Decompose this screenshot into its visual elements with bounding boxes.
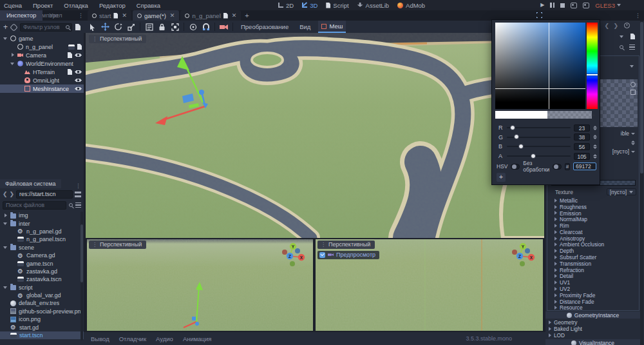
viewport-menu-icon[interactable]: ⋮: [92, 36, 97, 42]
section-Ambient Occlusion[interactable]: Ambient Occlusion: [549, 242, 639, 248]
attach-script-icon[interactable]: [75, 24, 80, 30]
file-default_env.tres[interactable]: default_env.tres: [0, 299, 84, 307]
section-LOD[interactable]: LOD: [545, 332, 640, 339]
file-icon.png[interactable]: icon.png: [0, 315, 84, 323]
spinbox-arrows-icon[interactable]: [593, 144, 597, 149]
expander-icon[interactable]: [3, 285, 8, 290]
viewport-label[interactable]: ⋮Перспективный: [89, 241, 146, 249]
file-n_g_panel.tscn[interactable]: n_g_panel.tscn: [0, 235, 84, 243]
menu-Сцена[interactable]: Сцена: [4, 2, 22, 9]
section-Baked Light[interactable]: Baked Light: [545, 326, 640, 332]
section-Anisotropy[interactable]: Anisotropy: [549, 235, 639, 242]
docs-icon[interactable]: [630, 34, 635, 39]
axis-gizmo[interactable]: Y X Z: [509, 241, 539, 266]
eye-icon[interactable]: [75, 69, 82, 75]
scale-tool-icon[interactable]: [127, 23, 135, 31]
camera-preview-icon[interactable]: [220, 23, 228, 31]
section-Depth[interactable]: Depth: [549, 248, 639, 254]
channel-value[interactable]: 38: [574, 133, 590, 141]
workspace-3D[interactable]: 3D: [302, 2, 317, 9]
section-Resource[interactable]: Resource: [549, 305, 639, 311]
saturation-value-square[interactable]: [495, 23, 585, 109]
spinbox-arrows-icon[interactable]: [593, 135, 597, 139]
mesh-menu[interactable]: Меш: [318, 21, 346, 33]
viewport-menu-icon[interactable]: ⋮: [321, 242, 326, 248]
hue-slider[interactable]: [587, 23, 598, 109]
viewport-main[interactable]: ⋮Перспективный: [86, 33, 544, 238]
workspace-Script[interactable]: Script: [326, 2, 348, 9]
menu-Отладка[interactable]: Отладка: [64, 2, 88, 9]
hsv-toggle[interactable]: [511, 164, 520, 170]
script-icon[interactable]: [77, 44, 82, 50]
menu-Проект[interactable]: Проект: [33, 2, 53, 9]
preview-shape-icon[interactable]: [630, 90, 636, 95]
transform-menu[interactable]: Преобразование: [238, 23, 292, 30]
bottom-tab-Отладчик[interactable]: Отладчик: [119, 335, 146, 342]
sort-files-icon[interactable]: [75, 202, 81, 208]
dock-tab-Инспектор[interactable]: Инспектор: [0, 10, 43, 21]
workspace-AssetLib[interactable]: AssetLib: [357, 2, 389, 9]
viewport-label[interactable]: ⋮Перспективный: [317, 241, 375, 249]
viewport-label[interactable]: ⋮Перспективный: [89, 35, 146, 43]
play-custom-scene-button[interactable]: [583, 3, 589, 8]
history-back-icon[interactable]: ❮: [3, 191, 8, 197]
file-scene[interactable]: scene: [0, 244, 84, 251]
scene-icon[interactable]: [68, 44, 75, 50]
texture-dropdown[interactable]: [пусто]: [607, 188, 636, 195]
hex-value-field[interactable]: [573, 163, 596, 170]
script-icon[interactable]: [68, 52, 72, 58]
play-button[interactable]: ▶: [540, 0, 544, 10]
dock-tab-Узел[interactable]: Узел: [43, 10, 68, 21]
spinbox-arrows-icon[interactable]: [593, 126, 597, 130]
section-Refraction[interactable]: Refraction: [549, 267, 639, 273]
lock-icon[interactable]: [158, 23, 166, 31]
file-start.tscn[interactable]: start.tscn: [0, 331, 84, 339]
gizmo-origin-icon[interactable]: [189, 23, 197, 31]
filesystem-scrollbar[interactable]: [80, 212, 83, 340]
eye-icon[interactable]: [75, 77, 82, 83]
section-Subsurf Scatter[interactable]: Subsurf Scatter: [549, 254, 639, 261]
group-icon[interactable]: [171, 23, 179, 31]
axis-gizmo[interactable]: Y X Z: [279, 241, 309, 266]
section-Metallic[interactable]: Metallic: [549, 197, 639, 204]
history-back-icon[interactable]: ❮: [604, 23, 609, 29]
viewport-bottom-right[interactable]: ⋮Перспективный Предпросмотр Y X Z: [316, 239, 543, 331]
tree-node-game[interactable]: game: [0, 34, 84, 43]
slider-knob[interactable]: [510, 125, 515, 130]
tree-node-HTerrain[interactable]: HTerrain: [0, 68, 84, 76]
slider-knob[interactable]: [518, 144, 524, 149]
instance-scene-icon[interactable]: [10, 23, 18, 32]
slider-knob[interactable]: [531, 153, 536, 159]
hex-mode-button[interactable]: #: [565, 163, 570, 170]
channel-slider-A[interactable]: [507, 155, 571, 157]
channel-value[interactable]: 23: [574, 124, 590, 132]
channel-slider-R[interactable]: [507, 127, 571, 128]
section-Clearcoat[interactable]: Clearcoat: [549, 229, 639, 235]
chevron-down-icon[interactable]: [630, 65, 634, 68]
expander-icon[interactable]: [3, 213, 8, 218]
file-script[interactable]: script: [0, 284, 84, 291]
viewport-menu-icon[interactable]: ⋮: [92, 242, 97, 248]
tree-node-OmniLight[interactable]: OmniLight: [0, 76, 84, 84]
expander-icon[interactable]: [10, 61, 15, 66]
section-UV2[interactable]: UV2: [549, 286, 639, 292]
stop-button[interactable]: [560, 3, 565, 8]
viewport-bottom-left[interactable]: ⋮Перспективный Y X Z: [87, 239, 313, 331]
section-UV1[interactable]: UV1: [549, 279, 639, 286]
script-icon[interactable]: [68, 69, 72, 75]
search-icon[interactable]: [620, 45, 623, 49]
section-Transmission[interactable]: Transmission: [549, 261, 639, 267]
add-preset-button[interactable]: +: [497, 173, 506, 182]
section-NormalMap[interactable]: NormalMap: [549, 216, 639, 222]
snap-icon[interactable]: [202, 23, 210, 31]
file-zastavka.tscn[interactable]: zastavka.tscn: [0, 275, 84, 283]
file-Camera.gd[interactable]: ⚙Camera.gd: [0, 251, 84, 259]
spinbox-arrows-icon[interactable]: [631, 141, 635, 145]
bottom-tab-Аудио[interactable]: Аудио: [156, 335, 173, 342]
play-scene-button[interactable]: [571, 3, 577, 8]
section-Roughness[interactable]: Roughness: [549, 204, 639, 210]
tree-node-n_g_panel[interactable]: n_g_panel: [0, 43, 84, 51]
eye-icon[interactable]: [75, 52, 82, 58]
history-forward-icon[interactable]: ❯: [613, 23, 618, 29]
camera-preview-toggle[interactable]: Предпросмотр: [317, 251, 379, 259]
